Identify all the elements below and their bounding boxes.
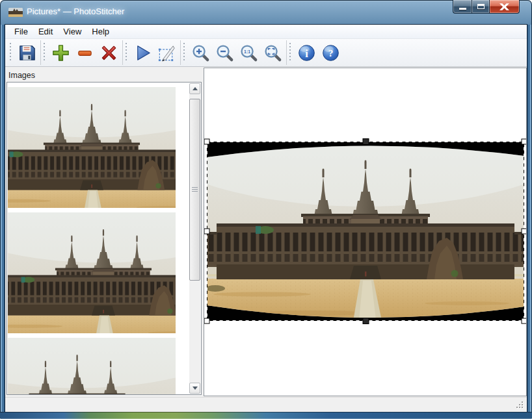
scroll-up-button[interactable]: [189, 83, 200, 94]
close-icon: [499, 3, 509, 10]
close-button[interactable]: [490, 0, 520, 14]
toolbar-gripper[interactable]: [10, 43, 12, 62]
save-button[interactable]: [15, 40, 39, 65]
question-sphere-icon: ?: [321, 43, 341, 63]
magnifier-fit-icon: [263, 43, 283, 63]
stitched-panorama: [207, 142, 524, 321]
crop-handle-top-left[interactable]: [204, 139, 209, 144]
minimize-button[interactable]: [453, 0, 472, 14]
menu-file[interactable]: File: [9, 25, 33, 38]
scroll-down-button[interactable]: [189, 383, 200, 394]
magnifier-minus-icon: [215, 43, 235, 63]
crop-handle-middle-left[interactable]: [204, 229, 209, 234]
zoom-actual-size-button[interactable]: 1:1: [237, 40, 261, 65]
orange-minus-icon: [75, 43, 95, 63]
scrollbar-thumb[interactable]: [189, 99, 200, 281]
toolbar-gripper[interactable]: [183, 43, 185, 62]
crop-button[interactable]: [155, 40, 179, 65]
crop-handle-middle-right[interactable]: [522, 229, 527, 234]
stitch-button[interactable]: [131, 40, 155, 65]
help-button[interactable]: ?: [319, 40, 343, 65]
scrollbar-grip-icon: [192, 187, 198, 192]
crop-handle-top-right[interactable]: [522, 139, 527, 144]
crop-selection[interactable]: [207, 142, 524, 321]
image-thumbnail-3[interactable]: [8, 338, 176, 395]
status-bar: [5, 397, 527, 412]
info-sphere-icon: i: [297, 43, 317, 63]
toolbar-gripper[interactable]: [126, 43, 127, 62]
toolbar-separator: [122, 40, 123, 65]
red-cross-icon: [99, 43, 119, 63]
application-window: Pictures* — PhotoStitcher File Edit View…: [0, 0, 532, 419]
toolbar-separator: [286, 40, 287, 65]
crop-handle-bottom-right[interactable]: [522, 318, 527, 324]
arrow-down-icon: [193, 387, 198, 390]
crop-pen-icon: [157, 43, 177, 63]
maximize-icon: [477, 4, 485, 9]
green-plus-icon: [51, 43, 71, 63]
svg-text:1:1: 1:1: [244, 49, 250, 53]
remove-image-button[interactable]: [73, 40, 97, 65]
window-controls: [453, 0, 520, 14]
toolbar-separator: [40, 40, 41, 65]
panorama-app-icon: [8, 8, 23, 17]
toolbar-separator: [180, 40, 181, 65]
toolbar: 1:1 i: [5, 38, 527, 67]
zoom-in-button[interactable]: [189, 40, 213, 65]
svg-text:?: ?: [328, 47, 334, 58]
images-panel-title: Images: [7, 69, 202, 82]
image-thumbnail-2[interactable]: [8, 212, 176, 333]
about-button[interactable]: i: [295, 40, 319, 65]
window-title: Pictures* — PhotoStitcher: [27, 0, 124, 25]
menu-edit[interactable]: Edit: [33, 25, 58, 38]
menu-view[interactable]: View: [58, 25, 86, 38]
thumbnail-scrollbar[interactable]: [189, 83, 200, 394]
client-area: File Edit View Help: [5, 25, 527, 412]
maximize-button[interactable]: [472, 0, 490, 14]
save-floppy-icon: [17, 43, 37, 63]
resize-grip[interactable]: [516, 401, 525, 410]
image-thumbnail-1[interactable]: [8, 87, 176, 208]
window-frame-left: [0, 25, 5, 419]
magnifier-plus-icon: [191, 43, 211, 63]
remove-all-button[interactable]: [97, 40, 121, 65]
minimize-icon: [459, 8, 466, 10]
menu-bar: File Edit View Help: [5, 25, 527, 38]
menu-help[interactable]: Help: [86, 25, 114, 38]
magnifier-1to1-icon: 1:1: [239, 43, 259, 63]
toolbar-gripper[interactable]: [44, 43, 46, 62]
blue-play-icon: [133, 43, 153, 63]
panorama-view[interactable]: [204, 68, 527, 396]
crop-handle-top-center[interactable]: [363, 139, 369, 145]
arrow-up-icon: [193, 87, 198, 90]
toolbar-gripper[interactable]: [289, 43, 291, 62]
window-frame-bottom: [0, 412, 532, 419]
add-images-button[interactable]: [49, 40, 73, 65]
zoom-fit-button[interactable]: [261, 40, 285, 65]
window-frame-right: [527, 25, 532, 419]
crop-handle-bottom-left[interactable]: [204, 318, 209, 324]
svg-text:i: i: [305, 47, 308, 59]
zoom-out-button[interactable]: [213, 40, 237, 65]
image-thumbnail-list: [7, 82, 202, 395]
title-bar: Pictures* — PhotoStitcher: [0, 0, 532, 25]
crop-handle-bottom-center[interactable]: [363, 318, 369, 324]
